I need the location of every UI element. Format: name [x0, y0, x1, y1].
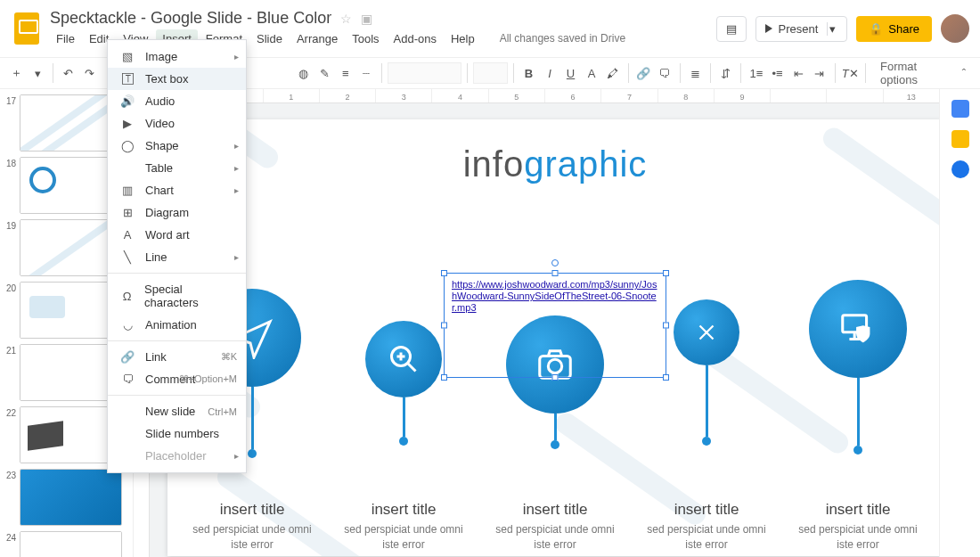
- menu-item-animation[interactable]: ◡Animation: [108, 314, 246, 336]
- menu-item-placeholder: Placeholder▸: [108, 445, 246, 467]
- font-select[interactable]: [388, 62, 461, 84]
- svg-line-1: [408, 364, 416, 372]
- increase-indent-button[interactable]: ⇥: [810, 61, 829, 85]
- omega-icon: Ω: [118, 290, 135, 303]
- underline-button[interactable]: U: [561, 61, 581, 85]
- keep-icon[interactable]: [951, 130, 969, 148]
- star-icon[interactable]: ☆: [340, 12, 352, 26]
- numbered-list-button[interactable]: 1≡: [747, 61, 766, 85]
- menu-item-wordart[interactable]: AWord art: [108, 224, 246, 246]
- tasks-icon[interactable]: [951, 160, 969, 178]
- lock-icon: 🔒: [869, 22, 883, 36]
- slide-title[interactable]: infographic: [167, 144, 939, 184]
- toolbar-collapse[interactable]: ˆ: [955, 67, 973, 80]
- chart-icon: ▥: [118, 184, 136, 197]
- textbox-link-text[interactable]: https://www.joshwoodward.com/mp3/sunny/J…: [452, 279, 658, 315]
- selected-textbox[interactable]: https://www.joshwoodward.com/mp3/sunny/J…: [444, 273, 666, 378]
- text-color-button[interactable]: A: [582, 61, 601, 85]
- resize-handle[interactable]: [663, 270, 669, 276]
- side-rail: [939, 89, 980, 557]
- insert-comment-button[interactable]: 🗨: [655, 61, 674, 85]
- resize-handle[interactable]: [441, 323, 447, 329]
- comment-icon: 🗨: [118, 373, 136, 386]
- redo-button[interactable]: ↷: [80, 61, 100, 85]
- fill-color-button[interactable]: ◍: [294, 61, 314, 85]
- circle-shield-icon[interactable]: [809, 280, 907, 378]
- menu-item-table[interactable]: Table▸: [108, 157, 246, 179]
- share-button[interactable]: 🔒 Share: [856, 16, 932, 42]
- menu-item-special[interactable]: ΩSpecial characters: [108, 278, 246, 314]
- rotate-handle[interactable]: [551, 259, 559, 266]
- horizontal-ruler: 112345678913: [150, 89, 939, 103]
- new-slide-button[interactable]: ＋: [7, 61, 27, 85]
- image-icon: ▧: [118, 50, 136, 63]
- resize-handle[interactable]: [552, 374, 559, 381]
- border-dash-button[interactable]: ┈: [357, 61, 377, 85]
- insert-link-button[interactable]: 🔗: [633, 61, 653, 85]
- video-icon: ▶: [118, 117, 136, 130]
- menu-item-audio[interactable]: 🔊Audio: [108, 90, 246, 112]
- clear-format-button[interactable]: T✕: [840, 61, 860, 85]
- menu-item-video[interactable]: ▶Video: [108, 112, 246, 135]
- resize-handle[interactable]: [441, 374, 447, 381]
- italic-button[interactable]: I: [540, 61, 559, 85]
- menu-item-line[interactable]: ╲Line▸: [108, 246, 246, 268]
- slide-thumb-24[interactable]: [20, 531, 122, 557]
- shape-icon: ◯: [118, 139, 136, 152]
- menu-arrange[interactable]: Arrange: [290, 29, 344, 48]
- canvas-area[interactable]: 112345678913 infographic insert titlesed…: [134, 89, 939, 557]
- menu-item-image[interactable]: ▧Image▸: [108, 45, 246, 68]
- bold-button[interactable]: B: [519, 61, 539, 85]
- menu-item-diagram[interactable]: ⊞Diagram: [108, 201, 246, 224]
- resize-handle[interactable]: [552, 270, 559, 276]
- menu-item-chart[interactable]: ▥Chart▸: [108, 179, 246, 201]
- textbox-icon: 🅃: [118, 72, 136, 86]
- present-dropdown[interactable]: ▾: [827, 22, 837, 36]
- slide-thumb-23[interactable]: [20, 469, 122, 526]
- slides-logo: [11, 12, 43, 45]
- diagram-icon: ⊞: [118, 206, 136, 219]
- menu-item-shape[interactable]: ◯Shape▸: [108, 135, 246, 157]
- menu-item-comment[interactable]: 🗨Comment⌘+Option+M: [108, 368, 246, 390]
- wordart-icon: A: [118, 228, 136, 242]
- highlight-button[interactable]: 🖍: [603, 61, 623, 85]
- menu-item-link[interactable]: 🔗Link⌘K: [108, 346, 246, 368]
- border-weight-button[interactable]: ≡: [336, 61, 355, 85]
- insert-menu-dropdown: ▧Image▸ 🅃Text box 🔊Audio ▶Video ◯Shape▸ …: [107, 39, 247, 473]
- document-title[interactable]: Specktackle - Google Slide - Blue Color: [50, 9, 331, 28]
- menu-help[interactable]: Help: [445, 29, 481, 48]
- menu-tools[interactable]: Tools: [346, 29, 385, 48]
- move-folder-icon[interactable]: ▣: [361, 12, 372, 26]
- font-size[interactable]: [473, 62, 508, 84]
- animation-icon: ◡: [118, 318, 136, 332]
- comments-button[interactable]: ▤: [716, 16, 747, 42]
- undo-button[interactable]: ↶: [59, 61, 78, 85]
- circle-tools-icon[interactable]: [674, 299, 739, 365]
- play-icon: [765, 24, 772, 33]
- link-icon: 🔗: [118, 350, 136, 364]
- account-avatar[interactable]: [941, 14, 969, 43]
- bulleted-list-button[interactable]: •≡: [768, 61, 788, 85]
- menu-item-textbox[interactable]: 🅃Text box: [108, 68, 246, 90]
- format-options[interactable]: Format options: [871, 60, 953, 86]
- save-status: All changes saved in Drive: [494, 29, 632, 48]
- calendar-icon[interactable]: [951, 100, 969, 118]
- menu-addons[interactable]: Add-ons: [388, 29, 443, 48]
- menu-item-slidenumbers[interactable]: Slide numbers: [108, 422, 246, 445]
- slide-canvas[interactable]: infographic insert titlesed perspiciat u…: [167, 119, 939, 556]
- menu-item-newslide[interactable]: New slideCtrl+M: [108, 400, 246, 422]
- border-color-button[interactable]: ✎: [314, 61, 334, 85]
- resize-handle[interactable]: [663, 374, 669, 381]
- circle-zoom-icon[interactable]: [365, 321, 442, 397]
- audio-icon: 🔊: [118, 94, 136, 108]
- present-button[interactable]: Present ▾: [755, 16, 847, 42]
- resize-handle[interactable]: [663, 323, 669, 329]
- menu-file[interactable]: File: [50, 29, 81, 48]
- new-slide-dropdown[interactable]: ▾: [29, 61, 48, 85]
- decrease-indent-button[interactable]: ⇤: [788, 61, 808, 85]
- menu-slide[interactable]: Slide: [250, 29, 289, 48]
- line-icon: ╲: [118, 250, 136, 264]
- align-button[interactable]: ≣: [685, 61, 705, 85]
- resize-handle[interactable]: [441, 270, 447, 276]
- line-spacing-button[interactable]: ⇵: [716, 61, 736, 85]
